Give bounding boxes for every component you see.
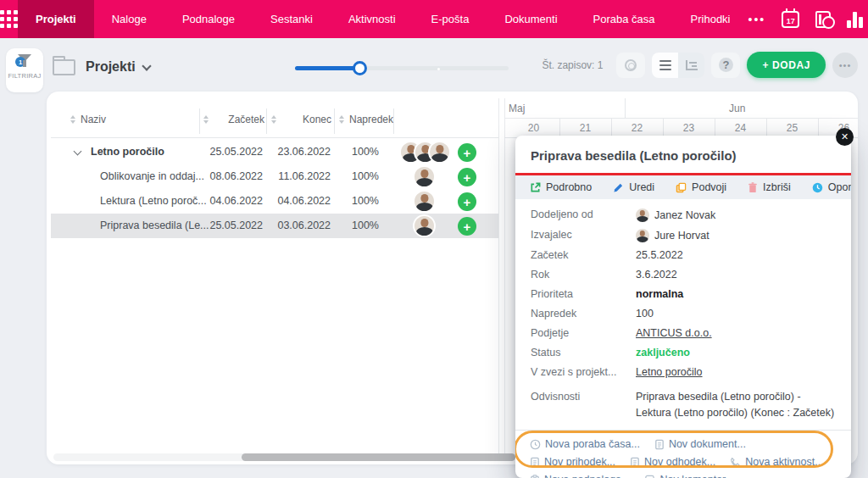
timeline-zoom-slider[interactable]: [295, 61, 509, 75]
link-nov-odhodek[interactable]: Nov odhodek...: [630, 456, 715, 468]
records-count-label: Št. zapisov: 1: [542, 59, 603, 71]
field-value: 100: [636, 308, 654, 320]
time-tracking-icon[interactable]: [815, 11, 831, 28]
calendar-icon[interactable]: 17: [782, 11, 799, 28]
row-add-button[interactable]: [458, 217, 476, 236]
nav-item-prihodki[interactable]: Prihodki: [673, 0, 748, 38]
table-row-name[interactable]: Lektura (Letno poroč...: [100, 189, 207, 214]
table-row-end: 04.06.2022: [271, 189, 331, 214]
add-button[interactable]: + DODAJ: [747, 52, 826, 78]
scrollbar-thumb[interactable]: [242, 453, 515, 461]
clock-outline-icon: [530, 439, 541, 450]
target-icon: [625, 59, 637, 71]
table-row-name[interactable]: Letno poročilo: [91, 140, 164, 164]
pencil-icon: [613, 182, 624, 193]
nav-item-sestanki[interactable]: Sestanki: [253, 0, 331, 38]
nav-item-dokumenti[interactable]: Dokumenti: [487, 0, 575, 38]
table-row-start: 04.06.2022: [203, 189, 263, 214]
horizontal-scrollbar[interactable]: [53, 453, 515, 461]
action-uredi[interactable]: Uredi: [613, 181, 654, 193]
table-row-name[interactable]: Priprava besedila (Le...: [100, 214, 209, 238]
table-row-end: 03.06.2022: [271, 214, 331, 238]
popup-close-button[interactable]: ✕: [836, 128, 854, 146]
column-header-naziv[interactable]: Naziv: [70, 114, 106, 125]
toolbar-more-button[interactable]: •••: [832, 53, 858, 78]
nav-item-aktivnosti[interactable]: Aktivnosti: [331, 0, 414, 38]
funnel-icon: 1: [18, 54, 31, 67]
row-add-button[interactable]: [458, 192, 476, 211]
action-podvoji[interactable]: Podvoji: [676, 181, 726, 193]
project-link[interactable]: Letno poročilo: [636, 366, 703, 379]
column-label: Naziv: [81, 114, 106, 125]
column-header-zacetek[interactable]: Začetek: [203, 114, 264, 125]
field-label: Izvajalec: [531, 229, 636, 242]
help-button[interactable]: ?: [711, 53, 740, 78]
nav-right-icons: ••• 17: [748, 0, 868, 38]
list-view-button[interactable]: [652, 53, 678, 78]
link-nov-prihodek[interactable]: Nov prihodek...: [530, 456, 615, 468]
action-podrobno[interactable]: Podrobno: [530, 181, 592, 193]
external-link-icon: [530, 182, 541, 193]
top-navigation: Projekti Naloge Podnaloge Sestanki Aktiv…: [0, 0, 868, 38]
assignee-avatar: [413, 165, 436, 188]
row-add-button[interactable]: [458, 143, 476, 162]
close-icon: ✕: [841, 131, 849, 142]
nav-item-poraba-casa[interactable]: Poraba časa: [576, 0, 673, 38]
sort-icon: [271, 115, 276, 124]
nav-item-eposta[interactable]: E-pošta: [414, 0, 487, 38]
row-add-button[interactable]: [458, 168, 476, 186]
page-title[interactable]: Projekti: [86, 59, 136, 75]
link-nova-poraba-casa[interactable]: Nova poraba časa...: [530, 438, 640, 450]
nav-item-projekti[interactable]: Projekti: [18, 0, 94, 38]
table-right-edge: [498, 98, 499, 453]
nav-item-podnaloge[interactable]: Podnaloge: [164, 0, 253, 38]
bar-chart-icon[interactable]: [847, 11, 863, 28]
table-row-end: 11.06.2022: [271, 164, 331, 189]
table-row-progress: 100%: [352, 189, 379, 214]
table-row-name[interactable]: Oblikovanje in oddaj...: [100, 164, 204, 189]
gantt-left-edge: [504, 98, 505, 453]
filter-button[interactable]: 1 FILTRIRAJ: [6, 48, 43, 92]
link-nov-komentar[interactable]: Nov komentar...: [644, 474, 734, 478]
action-label: Podrobno: [546, 181, 592, 193]
apps-grid-button[interactable]: [0, 0, 18, 38]
column-label: Konec: [303, 114, 331, 125]
field-value: 3.6.2022: [636, 269, 677, 281]
list-icon: [659, 60, 671, 70]
assignee-avatar: [413, 190, 436, 213]
popup-fields: Dodeljeno od Janez Novak Izvajalec Jure …: [515, 199, 851, 425]
popup-quick-links: Nova poraba časa... Nov dokument... Nov …: [515, 430, 851, 478]
gantt-view-button[interactable]: [678, 53, 704, 78]
field-value[interactable]: Jure Horvat: [636, 229, 709, 242]
field-label: V zvezi s projekt...: [531, 366, 636, 379]
column-header-konec[interactable]: Konec: [271, 114, 331, 125]
title-chevron-icon[interactable]: [142, 61, 151, 70]
field-label: Prioriteta: [531, 288, 636, 301]
link-nov-dokument[interactable]: Nov dokument...: [654, 438, 746, 450]
field-podjetje: Podjetje ANTICUS d.o.o.: [515, 324, 851, 343]
link-nova-aktivnost[interactable]: Nova aktivnost...: [730, 456, 823, 468]
action-izbrisi[interactable]: Izbriši: [748, 181, 791, 193]
link-nova-podnaloga[interactable]: Nova podnaloga...: [530, 474, 630, 478]
field-v-zvezi-s-projektom: V zvezi s projekt... Letno poročilo: [515, 363, 851, 382]
nav-item-naloge[interactable]: Naloge: [94, 0, 164, 38]
gantt-week-label: 24: [715, 122, 766, 134]
target-view-button[interactable]: [616, 53, 645, 78]
column-header-napredek[interactable]: Napredek: [339, 114, 393, 125]
clipboard-icon: [530, 475, 540, 478]
company-link[interactable]: ANTICUS d.o.o.: [636, 327, 712, 340]
slider-handle[interactable]: [353, 61, 367, 75]
action-label: Podvoji: [692, 181, 726, 193]
field-value[interactable]: Janez Novak: [636, 208, 715, 222]
field-odvisnosti: Odvisnosti Priprava besedila (Letno poro…: [515, 382, 851, 425]
field-label: Status: [531, 347, 636, 359]
sort-icon: [203, 115, 209, 124]
toolbar-controls: Št. zapisov: 1 ? + DODAJ •••: [542, 52, 858, 78]
action-label: Izbriši: [763, 181, 791, 193]
action-opomnik[interactable]: Opomnik: [812, 181, 851, 193]
gantt-week-label: 25: [766, 122, 818, 134]
document-icon: [654, 439, 665, 450]
gantt-icon: [686, 60, 698, 70]
filter-label: FILTRIRAJ: [8, 72, 41, 80]
nav-overflow-button[interactable]: •••: [748, 13, 766, 26]
